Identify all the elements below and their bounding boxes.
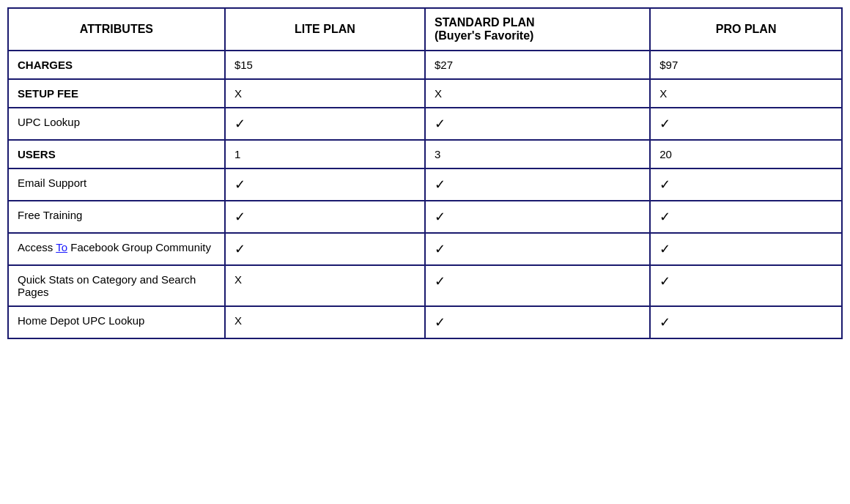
table-row: UPC Lookup ✓ ✓ ✓ xyxy=(8,108,842,140)
pro-home-depot: ✓ xyxy=(650,306,842,338)
standard-header-line2: (Buyer's Favorite) xyxy=(435,29,533,42)
table-row: SETUP FEE X X X xyxy=(8,79,842,108)
lite-facebook-group: ✓ xyxy=(225,233,425,265)
standard-charges: $27 xyxy=(425,51,650,79)
attr-email-support: Email Support xyxy=(8,168,225,201)
lite-upc-lookup: ✓ xyxy=(225,108,425,140)
comparison-table-container: ATTRIBUTES LITE PLAN STANDARD PLAN (Buye… xyxy=(7,7,843,339)
pro-upc-lookup: ✓ xyxy=(650,108,842,140)
pro-facebook-group: ✓ xyxy=(650,233,842,265)
standard-setup-fee: X xyxy=(425,79,650,108)
table-header-row: ATTRIBUTES LITE PLAN STANDARD PLAN (Buye… xyxy=(8,8,842,51)
attr-home-depot: Home Depot UPC Lookup xyxy=(8,306,225,338)
lite-charges: $15 xyxy=(225,51,425,79)
attr-charges: CHARGES xyxy=(8,51,225,79)
standard-upc-lookup: ✓ xyxy=(425,108,650,140)
standard-facebook-group: ✓ xyxy=(425,233,650,265)
facebook-group-prefix: Access xyxy=(18,241,56,253)
attr-setup-fee: SETUP FEE xyxy=(8,79,225,108)
lite-quick-stats: X xyxy=(225,265,425,306)
attr-upc-lookup: UPC Lookup xyxy=(8,108,225,140)
header-attributes: ATTRIBUTES xyxy=(8,8,225,51)
standard-users: 3 xyxy=(425,140,650,168)
lite-users: 1 xyxy=(225,140,425,168)
header-standard: STANDARD PLAN (Buyer's Favorite) xyxy=(425,8,650,51)
table-row: Home Depot UPC Lookup X ✓ ✓ xyxy=(8,306,842,338)
header-lite: LITE PLAN xyxy=(225,8,425,51)
lite-setup-fee: X xyxy=(225,79,425,108)
facebook-group-suffix: Facebook Group Community xyxy=(67,241,211,253)
attr-quick-stats: Quick Stats on Category and Search Pages xyxy=(8,265,225,306)
table-row: Email Support ✓ ✓ ✓ xyxy=(8,168,842,201)
lite-email-support: ✓ xyxy=(225,168,425,201)
standard-quick-stats: ✓ xyxy=(425,265,650,306)
attr-free-training: Free Training xyxy=(8,201,225,233)
standard-header-line1: STANDARD PLAN xyxy=(435,16,535,29)
standard-email-support: ✓ xyxy=(425,168,650,201)
pro-email-support: ✓ xyxy=(650,168,842,201)
pricing-table: ATTRIBUTES LITE PLAN STANDARD PLAN (Buye… xyxy=(7,7,843,339)
table-row: Access To Facebook Group Community ✓ ✓ ✓ xyxy=(8,233,842,265)
standard-free-training: ✓ xyxy=(425,201,650,233)
attr-facebook-group: Access To Facebook Group Community xyxy=(8,233,225,265)
attr-users: USERS xyxy=(8,140,225,168)
facebook-group-to: To xyxy=(56,241,67,253)
standard-home-depot: ✓ xyxy=(425,306,650,338)
pro-users: 20 xyxy=(650,140,842,168)
table-row: CHARGES $15 $27 $97 xyxy=(8,51,842,79)
header-pro: PRO PLAN xyxy=(650,8,842,51)
pro-setup-fee: X xyxy=(650,79,842,108)
table-row: Free Training ✓ ✓ ✓ xyxy=(8,201,842,233)
table-row: USERS 1 3 20 xyxy=(8,140,842,168)
table-row: Quick Stats on Category and Search Pages… xyxy=(8,265,842,306)
pro-charges: $97 xyxy=(650,51,842,79)
pro-quick-stats: ✓ xyxy=(650,265,842,306)
pro-free-training: ✓ xyxy=(650,201,842,233)
lite-home-depot: X xyxy=(225,306,425,338)
lite-free-training: ✓ xyxy=(225,201,425,233)
